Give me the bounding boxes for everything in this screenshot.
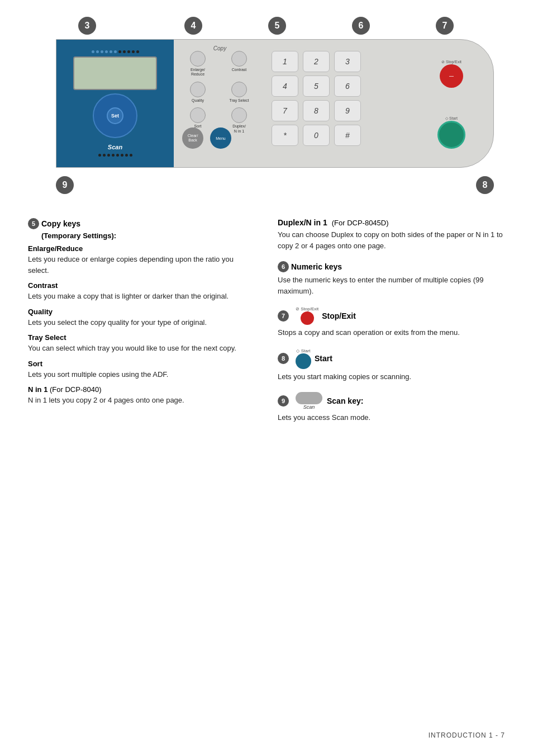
key-4[interactable]: 4 bbox=[272, 75, 298, 97]
numeric-keypad: 1 2 3 4 5 6 7 8 9 * 0 # bbox=[272, 51, 383, 146]
dots-top bbox=[70, 50, 160, 53]
dot bbox=[92, 50, 94, 53]
callout-8: 8 bbox=[476, 176, 494, 194]
contrast-section: Contrast Lets you make a copy that is li… bbox=[28, 281, 255, 302]
n-in-1-subtitle-extra: (For DCP-8040) bbox=[50, 385, 101, 394]
key-6[interactable]: 6 bbox=[334, 75, 361, 97]
start-icon-title: ◇ Start Start bbox=[296, 348, 332, 369]
duplex-n-in-1-label: Duplex/N in 1 bbox=[232, 124, 246, 134]
callout-6: 6 bbox=[352, 17, 370, 35]
duplex-title: Duplex/N in 1 bbox=[278, 218, 327, 227]
dot bbox=[103, 154, 106, 157]
set-button[interactable]: Set bbox=[107, 107, 123, 124]
scan-label: Scan bbox=[108, 144, 122, 150]
menu-button[interactable]: Menu bbox=[210, 127, 231, 149]
section6-number: 6 bbox=[278, 261, 289, 272]
start-wrapper: ◇ Start bbox=[437, 116, 465, 149]
key-0[interactable]: 0 bbox=[303, 125, 330, 146]
stop-exit-text: Stops a copy and scan operation or exits… bbox=[278, 327, 505, 338]
callout-7: 7 bbox=[436, 17, 454, 35]
stop-exit-icon-wrapper: ⊘ Stop/Exit bbox=[296, 306, 318, 325]
callout-5: 5 bbox=[268, 17, 286, 35]
contrast-label: Contrast bbox=[232, 68, 246, 72]
dot bbox=[107, 154, 110, 157]
start-icon-small-label: ◇ Start bbox=[296, 348, 310, 353]
content-area: 5 Copy keys (Temporary Settings): Enlarg… bbox=[28, 218, 505, 433]
stop-exit-small-label: ⊘ Stop/Exit bbox=[441, 60, 461, 64]
dot bbox=[101, 50, 103, 53]
dot bbox=[112, 154, 115, 157]
duplex-section: Duplex/N in 1 (For DCP-8045D) You can ch… bbox=[278, 218, 505, 251]
quality-label: Quality bbox=[192, 98, 204, 103]
clear-back-button[interactable]: Clear/Back bbox=[182, 127, 203, 149]
start-button[interactable] bbox=[437, 121, 465, 149]
scan-title-row: 9 Scan Scan key: bbox=[278, 392, 505, 410]
key-3[interactable]: 3 bbox=[334, 51, 361, 72]
numpad-grid: 1 2 3 4 5 6 7 8 9 * 0 # bbox=[272, 51, 383, 146]
section5-subtitle: (Temporary Settings): bbox=[41, 231, 255, 240]
key-9[interactable]: 9 bbox=[334, 100, 361, 121]
left-column: 5 Copy keys (Temporary Settings): Enlarg… bbox=[28, 218, 255, 433]
panel-left-section: Set Scan bbox=[56, 40, 174, 167]
key-5[interactable]: 5 bbox=[303, 75, 330, 97]
scan-icon-title: Scan Scan key: bbox=[296, 392, 363, 410]
stop-exit-icon-small-label: ⊘ Stop/Exit bbox=[296, 306, 318, 311]
tray-select-section: Tray Select You can select which tray yo… bbox=[28, 333, 255, 354]
n-in-1-section: N in 1 (For DCP-8040) N in 1 lets you co… bbox=[28, 385, 255, 406]
dot bbox=[105, 50, 108, 53]
start-title: Start bbox=[315, 354, 332, 363]
dot bbox=[123, 50, 126, 53]
n-in-1-text: N in 1 lets you copy 2 or 4 pages onto o… bbox=[28, 395, 255, 406]
scan-key-icon bbox=[296, 392, 322, 404]
dot bbox=[116, 154, 119, 157]
numeric-keys-title: Numeric keys bbox=[291, 262, 342, 271]
stop-minus-icon: — bbox=[449, 73, 454, 78]
duplex-title-row: Duplex/N in 1 (For DCP-8045D) bbox=[278, 218, 505, 227]
start-icon-wrapper: ◇ Start bbox=[296, 348, 311, 369]
stop-exit-button[interactable]: — bbox=[440, 64, 463, 88]
quality-button[interactable] bbox=[190, 82, 206, 97]
section5-title-row: 5 Copy keys bbox=[28, 218, 255, 229]
section9-number: 9 bbox=[278, 395, 289, 407]
panel-mid-section: Copy Enlarge/Reduce Contrast Quality bbox=[177, 45, 263, 163]
enlarge-reduce-item: Enlarge/Reduce bbox=[179, 51, 216, 77]
key-hash[interactable]: # bbox=[334, 125, 361, 146]
right-column: Duplex/N in 1 (For DCP-8045D) You can ch… bbox=[278, 218, 505, 433]
dot bbox=[98, 154, 101, 157]
tray-select-button[interactable] bbox=[231, 82, 247, 97]
clear-back-label: Clear/Back bbox=[188, 134, 198, 143]
duplex-text: You can choose Duplex to copy on both si… bbox=[278, 229, 505, 251]
contrast-text: Lets you make a copy that is lighter or … bbox=[28, 291, 255, 302]
numeric-keys-section: 6 Numeric keys Use the numeric keys to e… bbox=[278, 261, 505, 296]
quality-item: Quality bbox=[179, 82, 216, 103]
key-1[interactable]: 1 bbox=[272, 51, 298, 72]
page: 3 4 5 6 7 bbox=[0, 0, 533, 756]
contrast-button[interactable] bbox=[231, 51, 247, 67]
menu-label: Menu bbox=[216, 136, 226, 140]
key-7[interactable]: 7 bbox=[272, 100, 298, 121]
enlarge-reduce-button[interactable] bbox=[190, 51, 206, 67]
diagram-area: 3 4 5 6 7 bbox=[28, 17, 505, 201]
dot bbox=[114, 50, 117, 53]
quality-text: Lets you select the copy quality for you… bbox=[28, 317, 255, 328]
dot bbox=[118, 50, 121, 53]
nav-wheel[interactable]: Set bbox=[93, 93, 137, 138]
sort-title: Sort bbox=[28, 360, 255, 368]
sort-button[interactable] bbox=[190, 107, 206, 123]
key-star[interactable]: * bbox=[272, 125, 298, 146]
section5-title: Copy keys bbox=[41, 219, 80, 228]
quality-section: Quality Lets you select the copy quality… bbox=[28, 308, 255, 328]
stop-exit-wrapper: ⊘ Stop/Exit — bbox=[440, 60, 463, 88]
stop-exit-title: Stop/Exit bbox=[322, 311, 356, 320]
scan-text: Lets you access Scan mode. bbox=[278, 412, 505, 423]
callout-3: 3 bbox=[78, 17, 96, 35]
key-8[interactable]: 8 bbox=[303, 100, 330, 121]
start-text: Lets you start making copies or scanning… bbox=[278, 371, 505, 382]
footer-text: INTRODUCTION 1 - 7 bbox=[429, 731, 505, 739]
tray-select-item: Tray Select bbox=[221, 82, 258, 103]
dot bbox=[125, 154, 128, 157]
duplex-n-in-1-button[interactable] bbox=[231, 107, 247, 123]
start-small-label: ◇ Start bbox=[445, 116, 458, 121]
key-2[interactable]: 2 bbox=[303, 51, 330, 72]
stop-exit-section: 7 ⊘ Stop/Exit Stop/Exit Stops a copy and… bbox=[278, 306, 505, 338]
